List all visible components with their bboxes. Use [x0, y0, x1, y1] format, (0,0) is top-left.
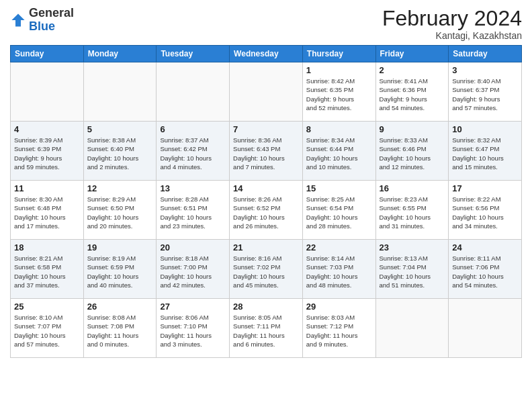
day-info: Sunrise: 8:33 AM Sunset: 6:46 PM Dayligh… [380, 136, 445, 171]
calendar-cell: 12Sunrise: 8:29 AM Sunset: 6:50 PM Dayli… [83, 181, 157, 240]
day-info: Sunrise: 8:30 AM Sunset: 6:48 PM Dayligh… [14, 195, 80, 230]
day-number: 7 [233, 124, 299, 134]
calendar-cell: 2Sunrise: 8:41 AM Sunset: 6:36 PM Daylig… [375, 62, 449, 122]
logo-general: General [29, 6, 74, 19]
calendar-cell: 20Sunrise: 8:18 AM Sunset: 7:00 PM Dayli… [157, 240, 230, 299]
page: General Blue February 2024 Kantagi, Kaza… [0, 0, 532, 411]
logo-icon [10, 12, 26, 28]
day-info: Sunrise: 8:32 AM Sunset: 6:47 PM Dayligh… [452, 136, 518, 171]
day-info: Sunrise: 8:10 AM Sunset: 7:07 PM Dayligh… [14, 313, 80, 349]
day-number: 18 [14, 242, 80, 253]
day-number: 1 [306, 65, 372, 75]
calendar-header-row: SundayMondayTuesdayWednesdayThursdayFrid… [11, 46, 522, 62]
day-number: 16 [380, 183, 445, 193]
calendar-cell: 11Sunrise: 8:30 AM Sunset: 6:48 PM Dayli… [11, 181, 84, 240]
day-number: 29 [306, 302, 372, 312]
calendar-cell [157, 62, 230, 122]
day-info: Sunrise: 8:06 AM Sunset: 7:10 PM Dayligh… [160, 313, 226, 349]
day-info: Sunrise: 8:22 AM Sunset: 6:56 PM Dayligh… [452, 195, 518, 230]
month-title: February 2024 [382, 7, 522, 30]
day-header-tuesday: Tuesday [157, 46, 230, 62]
calendar-cell: 10Sunrise: 8:32 AM Sunset: 6:47 PM Dayli… [449, 122, 522, 181]
title-block: February 2024 Kantagi, Kazakhstan [382, 7, 522, 41]
day-number: 23 [380, 242, 445, 253]
calendar-cell [83, 62, 157, 122]
day-info: Sunrise: 8:26 AM Sunset: 6:52 PM Dayligh… [233, 195, 299, 230]
calendar-cell: 6Sunrise: 8:37 AM Sunset: 6:42 PM Daylig… [157, 122, 230, 181]
header: General Blue February 2024 Kantagi, Kaza… [10, 7, 522, 41]
day-info: Sunrise: 8:36 AM Sunset: 6:43 PM Dayligh… [233, 136, 299, 171]
day-header-wednesday: Wednesday [230, 46, 303, 62]
calendar-cell: 1Sunrise: 8:42 AM Sunset: 6:35 PM Daylig… [302, 62, 375, 122]
day-info: Sunrise: 8:38 AM Sunset: 6:40 PM Dayligh… [87, 136, 153, 171]
day-info: Sunrise: 8:40 AM Sunset: 6:37 PM Dayligh… [452, 77, 518, 112]
logo-blue: Blue [29, 19, 55, 33]
calendar-cell: 7Sunrise: 8:36 AM Sunset: 6:43 PM Daylig… [230, 122, 303, 181]
calendar-week-2: 4Sunrise: 8:39 AM Sunset: 6:39 PM Daylig… [11, 122, 522, 181]
location: Kantagi, Kazakhstan [382, 30, 522, 41]
day-number: 2 [380, 65, 445, 75]
day-number: 27 [160, 302, 226, 312]
day-info: Sunrise: 8:42 AM Sunset: 6:35 PM Dayligh… [306, 77, 372, 112]
day-number: 20 [160, 242, 226, 253]
calendar-week-3: 11Sunrise: 8:30 AM Sunset: 6:48 PM Dayli… [11, 181, 522, 240]
calendar-cell: 4Sunrise: 8:39 AM Sunset: 6:39 PM Daylig… [11, 122, 84, 181]
day-header-friday: Friday [375, 46, 449, 62]
calendar-week-4: 18Sunrise: 8:21 AM Sunset: 6:58 PM Dayli… [11, 240, 522, 299]
calendar-table: SundayMondayTuesdayWednesdayThursdayFrid… [10, 45, 522, 358]
day-number: 4 [14, 124, 80, 134]
day-info: Sunrise: 8:23 AM Sunset: 6:55 PM Dayligh… [380, 195, 445, 230]
calendar-cell: 18Sunrise: 8:21 AM Sunset: 6:58 PM Dayli… [11, 240, 84, 299]
day-number: 25 [14, 302, 80, 312]
day-info: Sunrise: 8:21 AM Sunset: 6:58 PM Dayligh… [14, 254, 80, 289]
day-info: Sunrise: 8:19 AM Sunset: 6:59 PM Dayligh… [87, 254, 153, 289]
calendar-cell: 9Sunrise: 8:33 AM Sunset: 6:46 PM Daylig… [375, 122, 449, 181]
day-info: Sunrise: 8:14 AM Sunset: 7:03 PM Dayligh… [306, 254, 372, 289]
day-header-monday: Monday [83, 46, 157, 62]
calendar-cell: 25Sunrise: 8:10 AM Sunset: 7:07 PM Dayli… [11, 299, 84, 358]
day-number: 26 [87, 302, 153, 312]
day-info: Sunrise: 8:29 AM Sunset: 6:50 PM Dayligh… [87, 195, 153, 230]
calendar-cell: 24Sunrise: 8:11 AM Sunset: 7:06 PM Dayli… [449, 240, 522, 299]
day-number: 14 [233, 183, 299, 193]
calendar-cell: 3Sunrise: 8:40 AM Sunset: 6:37 PM Daylig… [449, 62, 522, 122]
calendar-cell [375, 299, 449, 358]
day-info: Sunrise: 8:13 AM Sunset: 7:04 PM Dayligh… [380, 254, 445, 289]
day-number: 28 [233, 302, 299, 312]
calendar-cell: 28Sunrise: 8:05 AM Sunset: 7:11 PM Dayli… [230, 299, 303, 358]
logo-text: General Blue [29, 7, 74, 34]
day-info: Sunrise: 8:25 AM Sunset: 6:54 PM Dayligh… [306, 195, 372, 230]
day-info: Sunrise: 8:28 AM Sunset: 6:51 PM Dayligh… [160, 195, 226, 230]
day-number: 24 [452, 242, 518, 253]
calendar-cell: 23Sunrise: 8:13 AM Sunset: 7:04 PM Dayli… [375, 240, 449, 299]
calendar-cell: 26Sunrise: 8:08 AM Sunset: 7:08 PM Dayli… [83, 299, 157, 358]
calendar-cell: 17Sunrise: 8:22 AM Sunset: 6:56 PM Dayli… [449, 181, 522, 240]
calendar-cell: 14Sunrise: 8:26 AM Sunset: 6:52 PM Dayli… [230, 181, 303, 240]
calendar-cell [449, 299, 522, 358]
day-info: Sunrise: 8:16 AM Sunset: 7:02 PM Dayligh… [233, 254, 299, 289]
day-info: Sunrise: 8:05 AM Sunset: 7:11 PM Dayligh… [233, 313, 299, 349]
day-number: 15 [306, 183, 372, 193]
day-info: Sunrise: 8:11 AM Sunset: 7:06 PM Dayligh… [452, 254, 518, 289]
day-info: Sunrise: 8:08 AM Sunset: 7:08 PM Dayligh… [87, 313, 153, 349]
calendar-cell: 8Sunrise: 8:34 AM Sunset: 6:44 PM Daylig… [302, 122, 375, 181]
day-info: Sunrise: 8:34 AM Sunset: 6:44 PM Dayligh… [306, 136, 372, 171]
calendar-cell: 16Sunrise: 8:23 AM Sunset: 6:55 PM Dayli… [375, 181, 449, 240]
day-info: Sunrise: 8:37 AM Sunset: 6:42 PM Dayligh… [160, 136, 226, 171]
day-info: Sunrise: 8:39 AM Sunset: 6:39 PM Dayligh… [14, 136, 80, 171]
calendar-cell: 21Sunrise: 8:16 AM Sunset: 7:02 PM Dayli… [230, 240, 303, 299]
day-header-saturday: Saturday [449, 46, 522, 62]
day-number: 8 [306, 124, 372, 134]
day-info: Sunrise: 8:41 AM Sunset: 6:36 PM Dayligh… [380, 77, 445, 112]
day-number: 21 [233, 242, 299, 253]
day-number: 10 [452, 124, 518, 134]
svg-marker-0 [11, 13, 24, 26]
day-number: 13 [160, 183, 226, 193]
day-number: 11 [14, 183, 80, 193]
calendar-cell: 13Sunrise: 8:28 AM Sunset: 6:51 PM Dayli… [157, 181, 230, 240]
day-number: 17 [452, 183, 518, 193]
day-number: 9 [380, 124, 445, 134]
calendar-cell [230, 62, 303, 122]
calendar-cell [11, 62, 84, 122]
calendar-cell: 5Sunrise: 8:38 AM Sunset: 6:40 PM Daylig… [83, 122, 157, 181]
